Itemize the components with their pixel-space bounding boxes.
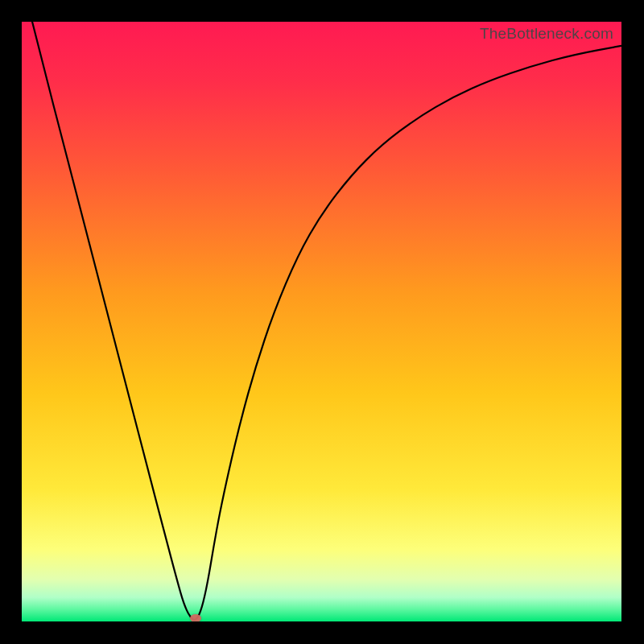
plot-area: TheBottleneck.com	[22, 22, 621, 621]
watermark-text: TheBottleneck.com	[480, 25, 613, 43]
bottleneck-curve	[22, 22, 621, 621]
optimum-marker	[190, 614, 201, 621]
chart-frame: TheBottleneck.com	[0, 0, 644, 644]
